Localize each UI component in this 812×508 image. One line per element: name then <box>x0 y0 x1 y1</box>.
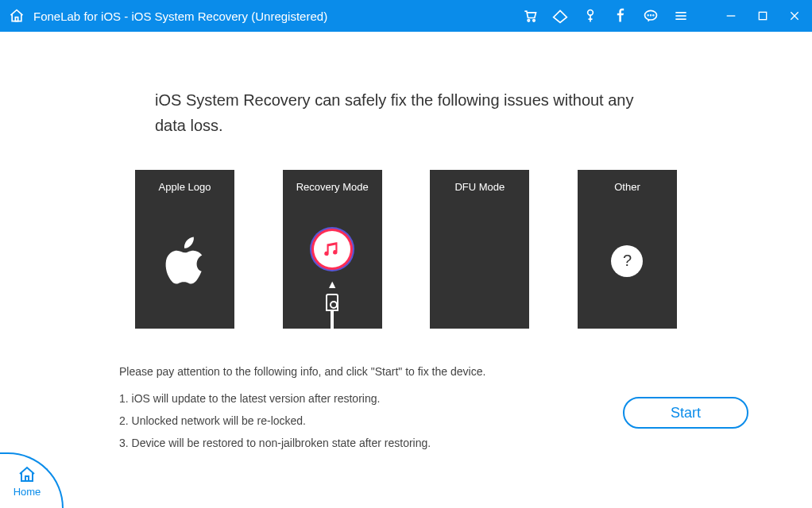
svg-rect-0 <box>15 17 17 21</box>
card-recovery-mode: Recovery Mode ▲ <box>283 170 382 329</box>
cart-icon[interactable] <box>521 7 539 25</box>
svg-rect-15 <box>25 476 29 481</box>
start-button[interactable]: Start <box>623 397 748 429</box>
issue-cards: Apple Logo Recovery Mode ▲ DFU Mode <box>111 170 701 329</box>
info-item: 2. Unlocked network will be re-locked. <box>119 410 693 432</box>
info-block: Please pay attention to the following in… <box>111 360 701 454</box>
card-label: Recovery Mode <box>296 181 369 193</box>
key-icon[interactable] <box>582 7 599 25</box>
titlebar: FoneLab for iOS - iOS System Recovery (U… <box>0 0 812 32</box>
minimize-button[interactable] <box>721 6 740 25</box>
close-button[interactable] <box>785 6 804 25</box>
apple-logo-icon <box>135 193 234 329</box>
card-other: Other ? <box>578 170 677 329</box>
svg-point-2 <box>533 20 536 22</box>
home-tab-icon <box>17 465 37 484</box>
window-title: FoneLab for iOS - iOS System Recovery (U… <box>33 10 327 23</box>
card-label: DFU Mode <box>454 181 505 193</box>
main-content: iOS System Recovery can safely fix the f… <box>0 32 812 454</box>
maximize-button[interactable] <box>753 6 772 25</box>
svg-rect-12 <box>759 12 766 19</box>
dfu-graphic <box>430 193 529 329</box>
feedback-icon[interactable] <box>642 7 659 25</box>
svg-point-5 <box>648 15 648 16</box>
recovery-mode-graphic: ▲ <box>283 193 382 329</box>
card-label: Apple Logo <box>159 181 211 193</box>
svg-point-3 <box>588 10 594 16</box>
info-intro: Please pay attention to the following in… <box>119 360 693 383</box>
home-tab[interactable]: Home <box>0 452 64 508</box>
home-tab-label: Home <box>14 486 41 498</box>
itunes-icon <box>314 231 350 267</box>
card-apple-logo: Apple Logo <box>135 170 234 329</box>
card-dfu-mode: DFU Mode <box>430 170 529 329</box>
card-label: Other <box>614 181 640 193</box>
info-item: 1. iOS will update to the latest version… <box>119 387 693 410</box>
info-item: 3. Device will be restored to non-jailbr… <box>119 432 693 454</box>
svg-point-7 <box>653 15 654 16</box>
home-icon[interactable] <box>8 7 25 25</box>
other-graphic: ? <box>578 193 677 329</box>
facebook-icon[interactable] <box>612 7 629 25</box>
svg-point-6 <box>651 15 652 16</box>
cable-icon: ▲ <box>326 278 338 329</box>
menu-icon[interactable] <box>672 7 690 25</box>
page-heading: iOS System Recovery can safely fix the f… <box>111 87 701 138</box>
question-icon: ? <box>611 245 643 277</box>
svg-point-1 <box>528 20 530 22</box>
wifi-icon[interactable] <box>551 7 569 25</box>
